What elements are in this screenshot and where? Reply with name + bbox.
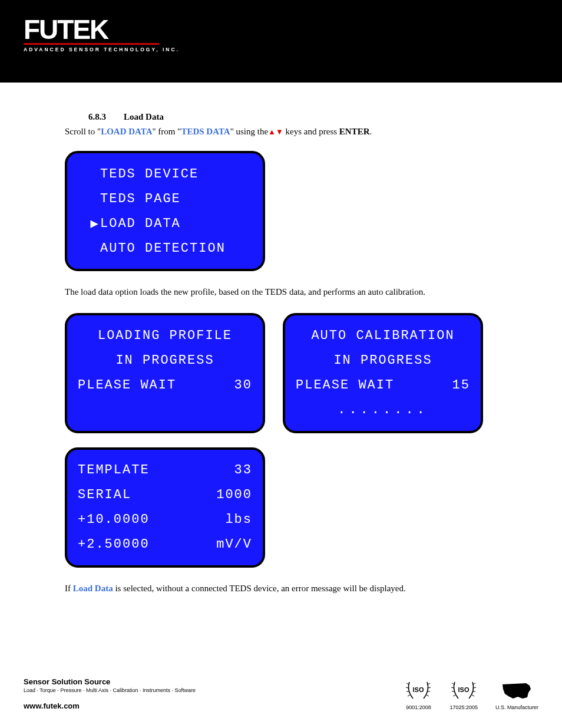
load-data-link: LOAD DATA — [101, 127, 152, 136]
lcd-text: PLEASE WAIT30 — [78, 373, 252, 398]
intro-text: " using the — [230, 127, 268, 136]
intro-text: Scroll to " — [65, 127, 101, 136]
teds-row: +10.0000lbs — [78, 508, 252, 532]
svg-line-10 — [451, 687, 454, 688]
section-number: 6.8.3 — [88, 112, 106, 121]
wreath-icon: ISO — [405, 678, 432, 702]
svg-line-5 — [428, 687, 431, 688]
menu-item: AUTO DETECTION — [78, 236, 252, 261]
intro-text: . — [370, 127, 372, 136]
header: FUTEK ADVANCED SENSOR TECHNOLOGY, INC. — [0, 0, 562, 83]
down-arrow-icon: ▼ — [276, 127, 283, 136]
description-paragraph: The load data option loads the new profi… — [65, 285, 533, 299]
section-heading: 6.8.3Load Data — [88, 112, 533, 122]
svg-line-7 — [427, 695, 429, 696]
usa-map-icon — [500, 681, 533, 702]
teds-row: TEMPLATE33 — [78, 458, 252, 483]
cert-label: U.S. Manufacturer — [495, 704, 538, 710]
logo-subtext: ADVANCED SENSOR TECHNOLOGY, INC. — [24, 47, 562, 52]
svg-line-1 — [406, 687, 408, 688]
iso-17025-badge: ISO 17025:2005 — [449, 678, 478, 710]
lcd-text: LOADING PROFILE — [78, 324, 252, 348]
footer-url: www.futek.com — [24, 701, 196, 710]
teds-data-link: TEDS DATA — [181, 127, 230, 136]
load-data-link: Load Data — [73, 584, 113, 593]
svg-line-14 — [474, 687, 476, 688]
lcd-text: PLEASE WAIT15 — [296, 373, 470, 398]
svg-line-12 — [453, 695, 455, 696]
svg-line-3 — [408, 695, 410, 696]
loading-profile-screen: LOADING PROFILE IN PROGRESS PLEASE WAIT3… — [65, 313, 265, 433]
logo: FUTEK ADVANCED SENSOR TECHNOLOGY, INC. — [24, 18, 562, 52]
footer-right: ISO 9001:2008 ISO 17025:2005 U.S. Manufa… — [405, 678, 538, 710]
menu-item: TEDS DEVICE — [78, 162, 252, 186]
cert-label: 17025:2005 — [449, 704, 478, 710]
lcd-row-3: TEMPLATE33 SERIAL1000 +10.0000lbs +2.500… — [65, 447, 533, 568]
auto-calibration-screen: AUTO CALIBRATION IN PROGRESS PLEASE WAIT… — [283, 313, 483, 433]
menu-item: TEDS PAGE — [78, 186, 252, 211]
teds-menu-screen: TEDS DEVICE TEDS PAGE ▶LOAD DATA AUTO DE… — [65, 151, 265, 271]
footer-title: Sensor Solution Source — [24, 677, 196, 686]
intro-text: keys and press — [283, 127, 339, 136]
menu-item-selected: ▶LOAD DATA — [78, 211, 252, 236]
footer: Sensor Solution Source Load · Torque · P… — [24, 677, 538, 710]
intro-paragraph: Scroll to "LOAD DATA" from "TEDS DATA" u… — [65, 127, 533, 137]
enter-key: ENTER — [339, 127, 370, 136]
lcd-text: AUTO CALIBRATION — [296, 324, 470, 348]
intro-text: " from " — [153, 127, 181, 136]
cursor-icon: ▶ — [90, 216, 100, 232]
lcd-text: IN PROGRESS — [78, 348, 252, 373]
lcd-blank — [78, 398, 252, 423]
lcd-row-2: LOADING PROFILE IN PROGRESS PLEASE WAIT3… — [65, 313, 533, 433]
footer-left: Sensor Solution Source Load · Torque · P… — [24, 677, 196, 710]
teds-row: SERIAL1000 — [78, 483, 252, 508]
svg-text:ISO: ISO — [413, 686, 424, 693]
note-paragraph: If Load Data is selected, without a conn… — [65, 582, 533, 595]
footer-sub: Load · Torque · Pressure · Multi Axis · … — [24, 687, 196, 693]
us-manufacturer-badge: U.S. Manufacturer — [495, 681, 538, 710]
wreath-icon: ISO — [450, 678, 477, 702]
svg-text:ISO: ISO — [458, 686, 470, 693]
cert-label: 9001:2008 — [406, 704, 431, 710]
section-title: Load Data — [124, 112, 164, 121]
logo-text: FUTEK — [24, 18, 562, 42]
iso-9001-badge: ISO 9001:2008 — [405, 678, 432, 710]
teds-row: +2.50000mV/V — [78, 532, 252, 557]
lcd-text: IN PROGRESS — [296, 348, 470, 373]
svg-line-16 — [472, 695, 474, 696]
teds-info-screen: TEMPLATE33 SERIAL1000 +10.0000lbs +2.500… — [65, 447, 265, 568]
content: 6.8.3Load Data Scroll to "LOAD DATA" fro… — [0, 83, 562, 595]
lcd-row-1: TEDS DEVICE TEDS PAGE ▶LOAD DATA AUTO DE… — [65, 151, 533, 271]
up-arrow-icon: ▲ — [268, 127, 276, 136]
progress-dots: ........ — [296, 398, 470, 423]
